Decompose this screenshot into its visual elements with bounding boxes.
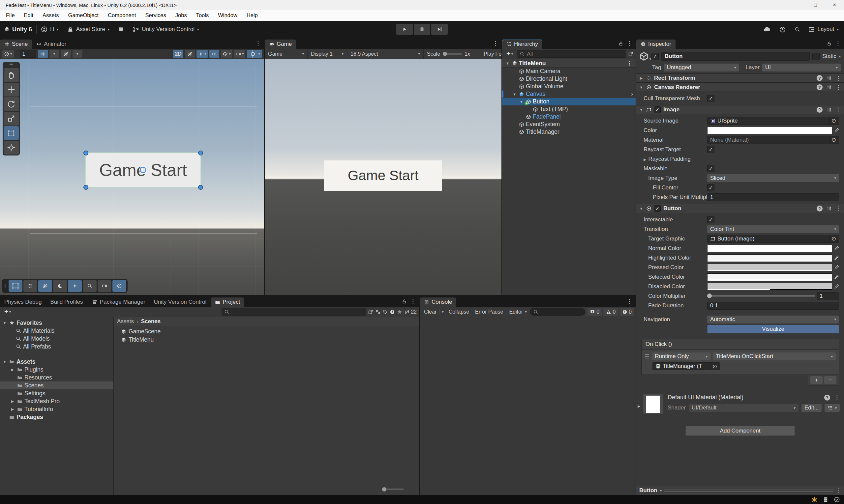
snap-button[interactable] [61, 50, 71, 58]
history-icon[interactable] [779, 26, 786, 33]
create-asset-dropdown[interactable]: +▾ [2, 308, 13, 316]
asset-gamescene[interactable]: GameScene [114, 327, 419, 336]
color-swatch[interactable] [707, 283, 832, 290]
bug-icon[interactable] [811, 496, 817, 503]
menu-window[interactable]: Window [213, 10, 242, 21]
aspect-dropdown[interactable]: 16:9 Aspect▾ [347, 49, 424, 59]
overlay-drag-handle[interactable]: ☰ [9, 63, 14, 68]
stack-icon[interactable] [823, 497, 829, 503]
object-field[interactable]: None (Material)⊙ [707, 136, 839, 144]
object-field[interactable]: Button (Image)⊙ [707, 235, 839, 243]
foldout-arrow-icon[interactable]: ▼ [639, 85, 643, 89]
folder-plugins[interactable]: ▶Plugins [0, 366, 114, 374]
favorite-all-prefabs[interactable]: All Prefabs [0, 343, 114, 350]
component-header-image[interactable]: ▼ ✓ Image ? ⋮ [636, 105, 844, 114]
event-drag-handle[interactable]: ☰ [644, 353, 650, 360]
rect-tool[interactable] [4, 126, 19, 140]
layer-dropdown[interactable]: UI▾ [762, 64, 841, 71]
folder-resources[interactable]: Resources [0, 374, 114, 381]
hierarchy-item-titlemanager[interactable]: TitleManager [502, 128, 636, 136]
inspector-menu-icon[interactable]: ⋮ [835, 40, 841, 47]
add-component-button[interactable]: Add Component [685, 426, 795, 436]
lock-icon[interactable] [827, 41, 832, 46]
presets-icon[interactable] [827, 206, 832, 211]
foldout-arrow-icon[interactable]: ▼ [639, 108, 643, 112]
slider-value-field[interactable]: 1 [816, 292, 839, 300]
layers-dropdown[interactable]: ▾ [221, 50, 232, 58]
play-focused-dropdown[interactable]: Play Fo [480, 49, 501, 59]
help-icon[interactable]: ? [816, 107, 823, 113]
folder-settings[interactable]: Settings [0, 389, 114, 397]
text-field[interactable]: 0.1 [707, 302, 839, 310]
foldout-arrow-icon[interactable]: ▶ [638, 404, 640, 409]
component-enabled-checkbox[interactable]: ✓ [654, 205, 661, 212]
transform-tool[interactable] [4, 141, 19, 155]
favorite-all-materials[interactable]: All Materials [0, 327, 114, 335]
search-icon[interactable] [795, 27, 800, 32]
folder-packages[interactable]: Packages [0, 413, 114, 421]
component-header-canvas-renderer[interactable]: ▼ Canvas Renderer ? ⋮ [636, 83, 844, 92]
color-swatch[interactable] [707, 127, 832, 134]
component-menu-icon[interactable]: ⋮ [836, 205, 841, 212]
menu-services[interactable]: Services [141, 10, 171, 21]
rect-handle-bottomleft[interactable] [83, 185, 88, 190]
material-menu-icon[interactable]: ⋮ [834, 394, 840, 401]
tab-package-manager[interactable]: Package Manager [87, 298, 150, 307]
add-event-button[interactable]: + [810, 376, 823, 384]
moon-overlay-button[interactable] [53, 280, 67, 292]
checkbox[interactable]: ✓ [707, 216, 714, 223]
warning-count-toggle[interactable]: 0 [603, 308, 618, 316]
breadcrumb-assets[interactable]: Assets [117, 318, 134, 325]
object-picker-icon[interactable]: ⊙ [829, 117, 836, 124]
menu-assets[interactable]: Assets [38, 10, 64, 21]
account-dropdown[interactable]: H▾ [37, 24, 63, 35]
snap-dropdown[interactable]: ▾ [72, 50, 82, 58]
2d-toggle[interactable]: 2D [173, 50, 183, 58]
create-object-dropdown[interactable]: +▾ [504, 50, 515, 58]
lighting-toggle[interactable] [185, 50, 195, 58]
hierarchy-item-directional-light[interactable]: Directional Light [502, 75, 636, 83]
open-search-window-icon[interactable] [368, 309, 373, 314]
menu-edit[interactable]: Edit [19, 10, 38, 21]
eyedropper-icon[interactable] [834, 255, 839, 260]
help-icon[interactable]: ? [816, 84, 823, 90]
rect-handle-bottomright[interactable] [198, 185, 203, 190]
tab-scene[interactable]: Scene [0, 39, 32, 49]
foldout-arrow-icon[interactable]: ▼ [505, 61, 510, 65]
editor-dropdown[interactable]: Editor▾ [506, 307, 530, 317]
menu-jobs[interactable]: Jobs [171, 10, 192, 21]
eyedropper-icon[interactable] [834, 128, 839, 133]
asset-titlemenu[interactable]: TitleMenu [114, 336, 419, 344]
error-count-toggle[interactable]: 0 [619, 308, 634, 316]
eyedropper-icon[interactable] [834, 246, 839, 251]
grid-visibility-dropdown[interactable]: ▾ [49, 50, 59, 58]
game-view-dropdown[interactable]: Game▾ [265, 49, 308, 59]
material-list-dropdown[interactable]: ▾ [825, 404, 840, 412]
hierarchy-item-canvas[interactable]: ▼Canvas› [502, 90, 636, 98]
component-menu-icon[interactable]: ⋮ [836, 75, 841, 82]
tab-physics-debug[interactable]: Physics Debug [0, 298, 46, 307]
favorite-all-models[interactable]: All Models [0, 335, 114, 343]
slider-track[interactable] [707, 295, 815, 296]
color-swatch[interactable] [707, 273, 832, 281]
asset-store-dropdown[interactable]: Asset Store▾ [63, 24, 114, 35]
hierarchy-item-titlemenu[interactable]: ▼TitleMenu⋮ [502, 59, 636, 68]
foldout-arrow-icon[interactable]: ▶ [639, 76, 643, 80]
tab-console[interactable]: Console [420, 298, 456, 307]
folder-scenes[interactable]: Scenes [0, 381, 114, 389]
cloud-icon[interactable] [763, 26, 771, 33]
progress-check-icon[interactable] [834, 497, 840, 503]
hierarchy-item-fadepanel[interactable]: FadePanel [502, 113, 636, 121]
scale-tool[interactable] [4, 112, 19, 126]
sliders-overlay-button[interactable] [23, 280, 37, 292]
static-checkbox[interactable] [812, 53, 820, 60]
menu-file[interactable]: File [1, 10, 19, 21]
tab-animator[interactable]: Animator [32, 39, 71, 49]
search-by-label-icon[interactable] [382, 309, 388, 314]
folder-textmesh-pro[interactable]: ▶TextMesh Pro [0, 397, 114, 405]
object-picker-icon[interactable]: ⊙ [829, 235, 836, 242]
hand-tool[interactable] [4, 68, 19, 82]
gameobject-icon[interactable]: ▾ [639, 51, 649, 61]
component-header-button[interactable]: ▼ ✓ Button ? ⋮ [636, 204, 844, 213]
gameobject-name-field[interactable]: Button [661, 52, 810, 60]
